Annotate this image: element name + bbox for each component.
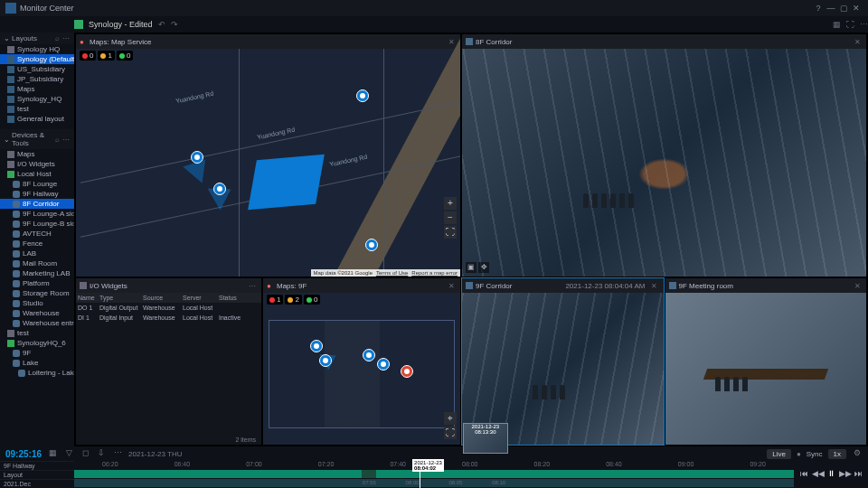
floor-map-pane[interactable]: ● Maps: 9F ✕ 1 2 0 (263, 278, 460, 445)
fullscreen-icon[interactable]: ⛶ (444, 226, 457, 239)
skip-back-icon[interactable]: ⏮ (798, 469, 809, 480)
export-icon[interactable]: ⇩ (96, 448, 107, 459)
video-feed[interactable]: ▣ ✥ (462, 49, 866, 277)
map-canvas[interactable]: 0 1 0 Yuandong Rd Yuandong Rd Yuandong R… (76, 49, 460, 277)
video-feed[interactable]: ▣✥ (462, 293, 664, 445)
alert-chip-red[interactable]: 0 (80, 51, 96, 61)
redo-icon[interactable]: ↷ (171, 20, 178, 29)
sidebar-device-item[interactable]: Storage Room (0, 288, 74, 298)
sidebar-layout-item[interactable]: test (0, 104, 74, 114)
ptz-icon[interactable]: ✥ (478, 262, 489, 273)
sidebar-device-item[interactable]: 9F (0, 348, 74, 358)
alert-chip-yellow[interactable]: 2 (285, 295, 301, 305)
speed-selector[interactable]: 1x (828, 449, 846, 459)
camera-pin-alert[interactable] (401, 365, 413, 378)
sidebar-device-item[interactable]: Loitering - Lake (0, 368, 74, 378)
io-widgets-pane[interactable]: I/O Widgets ⋯ NameTypeSourceServerStatus… (76, 278, 261, 445)
camera-pin[interactable] (191, 151, 203, 164)
pane-close-icon[interactable]: ✕ (446, 38, 457, 46)
more-icon[interactable]: ⋯ (860, 20, 868, 29)
sidebar-layout-item[interactable]: US_Subsidiary (0, 64, 74, 74)
camera-pin[interactable] (365, 239, 378, 251)
recenter-icon[interactable]: ⌖ (444, 412, 457, 425)
sidebar-device-item[interactable]: Warehouse (0, 308, 74, 318)
grid-layout-icon[interactable]: ▦ (833, 20, 841, 29)
floor-plan-canvas[interactable]: 1 2 0 ⌖ ⛶ (263, 293, 460, 445)
bookmark-icon[interactable]: ◻ (80, 448, 90, 459)
sync-toggle[interactable]: Sync (807, 450, 823, 458)
video-feed[interactable] (665, 293, 867, 445)
sidebar-device-item[interactable]: 9F Lounge-B side (0, 219, 74, 229)
minimize-icon[interactable]: — (825, 4, 837, 13)
sidebar-device-item[interactable]: Platform (0, 278, 74, 288)
more-icon[interactable]: ⋯ (247, 282, 258, 290)
live-button[interactable]: Live (767, 449, 791, 459)
sidebar-layout-item[interactable]: Synology HQ (0, 44, 74, 54)
camera-pin[interactable] (356, 89, 369, 102)
pane-close-icon[interactable]: ✕ (852, 282, 863, 290)
filter-icon[interactable]: ▽ (63, 448, 74, 459)
timeline-row-label[interactable]: Layout (0, 470, 74, 479)
sidebar-layout-item[interactable]: Synology_HQ (0, 94, 74, 104)
rewind-icon[interactable]: ◀◀ (812, 469, 823, 480)
pane-close-icon[interactable]: ✕ (446, 282, 457, 290)
pause-icon[interactable]: ⏸ (826, 469, 836, 480)
layout-tab-label[interactable]: Synology - Edited (89, 20, 153, 29)
pane-close-icon[interactable]: ✕ (852, 38, 863, 46)
io-table-row[interactable]: DI 1Digital InputWarehouseLocal HostInac… (76, 313, 261, 323)
io-table-row[interactable]: DO 1Digital OutputWarehouseLocal Host (76, 303, 261, 313)
more-icon[interactable]: ⋯ (61, 136, 71, 144)
sidebar-layout-item[interactable]: JP_Subsidiary (0, 74, 74, 84)
camera-pin[interactable] (363, 349, 375, 361)
close-icon[interactable]: ✕ (850, 4, 863, 13)
sidebar-device-item[interactable]: Local Host (0, 169, 74, 179)
zoom-in-button[interactable]: + (444, 197, 457, 210)
camera-pin[interactable] (319, 354, 332, 367)
layouts-section-header[interactable]: ⌄ Layouts ⌕ ⋯ (0, 33, 74, 44)
sidebar-device-item[interactable]: Warehouse entran… (0, 318, 74, 328)
sidebar-device-item[interactable]: I/O Widgets (0, 159, 74, 169)
fullscreen-icon[interactable]: ⛶ (444, 427, 457, 439)
sidebar-device-item[interactable]: 9F Lounge-A side (0, 209, 74, 219)
timeline-row-label[interactable]: 9F Hallway (0, 461, 74, 470)
sidebar-device-item[interactable]: AVTECH (0, 229, 74, 239)
more-icon[interactable]: ⋯ (61, 34, 71, 42)
sidebar-device-item[interactable]: 8F Lounge (0, 179, 74, 189)
sidebar-device-item[interactable]: Mail Room (0, 258, 74, 268)
forward-icon[interactable]: ▶▶ (839, 469, 850, 480)
sidebar-device-item[interactable]: Marketing LAB (0, 268, 74, 278)
timeline-track[interactable]: 2021-12-2308:13:30 06:2006:4007:0007:200… (74, 461, 794, 488)
sidebar-device-item[interactable]: Maps (0, 149, 74, 159)
snapshot-icon[interactable]: ▣ (466, 262, 476, 273)
camera-pin[interactable] (310, 340, 323, 352)
expand-icon[interactable]: ⛶ (846, 20, 854, 29)
zoom-out-button[interactable]: − (444, 211, 457, 224)
sidebar-device-item[interactable]: 9F Hallway (0, 189, 74, 199)
alert-chip-green[interactable]: 0 (304, 295, 320, 305)
sidebar-device-item[interactable]: LAB (0, 249, 74, 258)
sidebar-device-item[interactable]: Lake (0, 358, 74, 368)
search-icon[interactable]: ⌕ (52, 34, 61, 42)
devices-section-header[interactable]: ⌄ Devices & Tools ⌕ ⋯ (0, 129, 74, 149)
map-pane[interactable]: ● Maps: Map Service ✕ 0 1 0 (76, 34, 460, 277)
pane-close-icon[interactable]: ✕ (649, 282, 660, 290)
alert-chip-red[interactable]: 1 (267, 295, 283, 305)
undo-icon[interactable]: ↶ (158, 20, 165, 29)
camera-pin[interactable] (377, 358, 390, 371)
sidebar-layout-item[interactable]: Maps (0, 84, 74, 94)
skip-fwd-icon[interactable]: ⏭ (853, 469, 863, 480)
camera-pane-8f-corridor[interactable]: 8F Corridor ✕ ▣ ✥ (462, 34, 866, 277)
calendar-icon[interactable]: ▦ (47, 448, 58, 459)
help-icon[interactable]: ? (812, 4, 825, 13)
sidebar-device-item[interactable]: Fence (0, 239, 74, 249)
settings-icon[interactable]: ⚙ (852, 448, 863, 459)
alert-chip-green[interactable]: 0 (117, 51, 133, 61)
more-icon[interactable]: ⋯ (112, 448, 123, 459)
sidebar-device-item[interactable]: 8F Corridor (0, 199, 74, 209)
camera-pane-9f-meeting[interactable]: 9F Meeting room ✕ (665, 278, 867, 445)
sidebar-layout-item[interactable]: Synology (Default) (0, 54, 74, 64)
maximize-icon[interactable]: ▢ (837, 4, 850, 13)
sidebar-device-item[interactable]: test (0, 328, 74, 338)
sidebar-layout-item[interactable]: General layout (0, 114, 74, 124)
camera-pin[interactable] (213, 183, 226, 195)
